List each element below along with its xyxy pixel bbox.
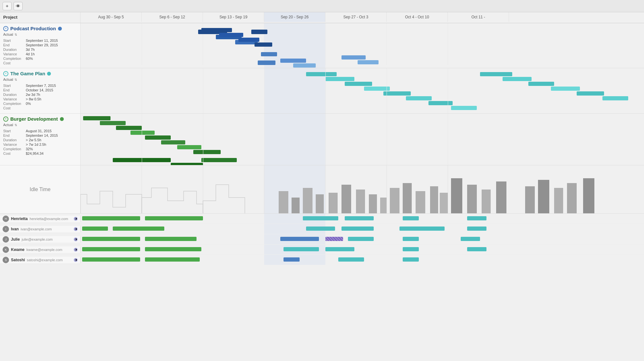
idle-title: Idle Time [30, 187, 51, 192]
week-header-4: Sep 27 - Oct 3 [325, 12, 387, 22]
svg-rect-43 [554, 188, 563, 213]
satoshi-bars [81, 255, 644, 265]
eye-icon: 👁 [16, 4, 20, 9]
idle-chart [81, 165, 644, 213]
week-header-2: Sep 13 - Sep 19 [203, 12, 264, 22]
resource-left-kwame: K Kwame kwame@example.com ◑ [0, 246, 81, 253]
svg-rect-45 [583, 178, 594, 213]
henrietta-avatar: H [3, 216, 9, 222]
henrietta-email: henrietta@example.com [30, 217, 68, 221]
svg-rect-30 [369, 194, 377, 213]
add-icon: ＋ [5, 3, 9, 9]
svg-rect-32 [390, 188, 399, 213]
podcast-title: Podcast Production [10, 26, 56, 31]
resource-left-henrietta: H Henrietta henrietta@example.com ◑ [0, 216, 81, 222]
svg-rect-38 [467, 185, 477, 213]
add-button[interactable]: ＋ [3, 2, 12, 10]
svg-rect-26 [316, 194, 324, 213]
svg-rect-35 [430, 186, 438, 213]
resource-row-kwame: K Kwame kwame@example.com ◑ [0, 245, 644, 255]
svg-rect-31 [380, 198, 387, 213]
burger-details: StartAugust 31, 2015 EndSeptember 14, 20… [3, 129, 77, 156]
resource-row-henrietta: H Henrietta henrietta@example.com ◑ [0, 214, 644, 224]
project-left-burger: ≡ Burger Development Actual ⇅ StartAugus… [0, 114, 81, 165]
podcast-dot [58, 27, 62, 31]
ivan-email: ivan@example.com [21, 227, 52, 231]
satoshi-indicator: ◑ [74, 258, 78, 262]
burger-actual-label: Actual [3, 123, 13, 127]
ivan-avatar: I [3, 226, 9, 232]
project-left-gameplan: ≡ The Game Plan Actual ⇅ StartSeptember … [0, 68, 81, 113]
ivan-bars [81, 224, 644, 234]
svg-rect-36 [440, 193, 448, 213]
kwame-name: Kwame [11, 247, 24, 252]
svg-rect-42 [538, 180, 549, 213]
project-section-gameplan: ≡ The Game Plan Actual ⇅ StartSeptember … [0, 68, 644, 114]
header-row: Project Aug 30 - Sep 5 Sep 6 - Sep 12 Se… [0, 12, 644, 23]
satoshi-email: satoshi@example.com [27, 258, 62, 262]
svg-rect-10 [258, 60, 275, 65]
project-column-header: Project [0, 12, 81, 23]
henrietta-bars [81, 214, 644, 224]
svg-rect-29 [356, 190, 365, 213]
kwame-avatar: K [3, 246, 9, 253]
toolbar: ＋ 👁 [0, 0, 644, 12]
satoshi-name: Satoshi [11, 258, 25, 262]
week-header-1: Sep 6 - Sep 12 [142, 12, 203, 22]
podcast-details: StartSeptember 11, 2015 EndSeptember 29,… [3, 38, 77, 65]
svg-rect-34 [416, 191, 425, 213]
podcast-actual-arrow: ⇅ [14, 33, 17, 36]
eye-button[interactable]: 👁 [14, 2, 23, 10]
week-header-6: Oct 11 - [448, 12, 509, 22]
julie-indicator: ◑ [74, 237, 78, 241]
main-container: Project Aug 30 - Sep 5 Sep 6 - Sep 12 Se… [0, 12, 644, 361]
resource-left-satoshi: S Satoshi satoshi@example.com ◑ [0, 257, 81, 263]
kwame-indicator: ◑ [74, 248, 78, 252]
week-header-0: Aug 30 - Sep 5 [81, 12, 142, 22]
idle-left: Idle Time [0, 165, 81, 213]
burger-dot [60, 117, 64, 121]
resource-row-satoshi: S Satoshi satoshi@example.com ◑ [0, 255, 644, 265]
project-left-podcast: ≡ Podcast Production Actual ⇅ StartSepte… [0, 23, 81, 68]
idle-section: Idle Time [0, 165, 644, 214]
henrietta-indicator: ◑ [74, 217, 78, 221]
ivan-name: Ivan [11, 227, 19, 231]
kwame-email: kwame@example.com [26, 248, 62, 252]
svg-rect-28 [341, 185, 351, 213]
svg-rect-25 [303, 188, 312, 213]
burger-actual-arrow: ⇅ [14, 123, 17, 127]
svg-rect-9 [251, 30, 267, 34]
svg-rect-39 [482, 190, 491, 213]
julie-name: Julie [11, 237, 20, 242]
julie-email: julie@example.com [22, 237, 53, 241]
resource-left-ivan: I Ivan ivan@example.com ◑ [0, 226, 81, 232]
gameplan-title: The Game Plan [10, 71, 45, 76]
gameplan-icon: ≡ [3, 71, 8, 76]
satoshi-avatar: S [3, 257, 9, 263]
svg-rect-27 [329, 193, 338, 213]
project-section-podcast: ≡ Podcast Production Actual ⇅ StartSepte… [0, 23, 644, 68]
gameplan-dot [47, 72, 51, 76]
podcast-actual-label: Actual [3, 32, 13, 36]
gameplan-details: StartSeptember 7, 2015 EndOctober 14, 20… [3, 83, 77, 110]
burger-icon: ≡ [3, 116, 8, 122]
resource-row-julie: J Julie julie@example.com ◑ [0, 234, 644, 245]
podcast-icon: ≡ [3, 26, 8, 31]
kwame-bars [81, 245, 644, 255]
svg-rect-41 [525, 186, 535, 213]
burger-title: Burger Development [10, 116, 58, 122]
resource-left-julie: J Julie julie@example.com ◑ [0, 236, 81, 243]
svg-rect-40 [496, 181, 506, 213]
resource-row-ivan: I Ivan ivan@example.com ◑ [0, 224, 644, 234]
svg-rect-23 [279, 191, 288, 213]
gameplan-actual-label: Actual [3, 78, 13, 81]
julie-bars [81, 234, 644, 244]
svg-rect-24 [292, 198, 300, 213]
week-header-5: Oct 4 - Oct 10 [387, 12, 448, 22]
gameplan-actual-arrow: ⇅ [14, 78, 17, 81]
svg-rect-44 [567, 183, 577, 213]
julie-avatar: J [3, 236, 9, 243]
svg-rect-37 [451, 178, 462, 213]
project-section-burger: ≡ Burger Development Actual ⇅ StartAugus… [0, 114, 644, 165]
svg-rect-33 [403, 183, 412, 213]
